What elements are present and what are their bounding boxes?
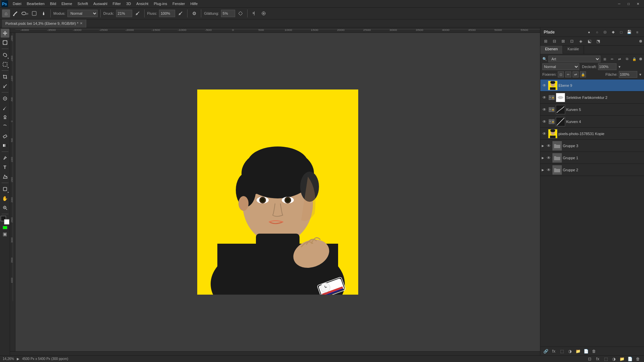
layer-item-gruppe2[interactable]: ▶ 👁 Gruppe 2: [540, 164, 644, 176]
visibility-kurven5[interactable]: 👁: [542, 107, 547, 112]
spot-heal-tool[interactable]: [1, 94, 9, 103]
gruppe1-expand[interactable]: ▶: [542, 156, 545, 160]
add-mask-btn[interactable]: ⬚: [558, 348, 565, 355]
brush-tool-button[interactable]: [11, 9, 19, 17]
artboard-tool[interactable]: [1, 38, 9, 47]
airbrush-toggle[interactable]: [40, 9, 48, 17]
panel-icon-5[interactable]: ◈: [577, 38, 584, 45]
menu-hilfe[interactable]: Hilfe: [187, 1, 200, 6]
visibility-kurven4[interactable]: 👁: [542, 119, 547, 124]
fix-all-btn[interactable]: 🔒: [580, 71, 586, 77]
history-brush-tool[interactable]: [1, 122, 9, 131]
status-icon-2[interactable]: fx: [594, 356, 601, 362]
delete-layer-btn[interactable]: 🗑: [591, 348, 597, 355]
measure-tool[interactable]: [1, 82, 9, 90]
panel-icon-3[interactable]: ⊠: [560, 38, 567, 45]
menu-auswahl[interactable]: Auswahl: [91, 1, 110, 6]
crop-tool[interactable]: [1, 72, 9, 81]
panel-save-icon[interactable]: 💾: [626, 29, 633, 36]
modus-select[interactable]: Normal: [67, 10, 98, 17]
document-tab[interactable]: Portrait.psdc bei 14,3% (Ebene 9, RGB/8#…: [2, 19, 86, 27]
layer-item-kurven5[interactable]: 👁 ⧉ 🔒 Kurven 5: [540, 104, 644, 116]
menu-bild[interactable]: Bild: [47, 1, 59, 6]
menu-ebene[interactable]: Ebene: [59, 1, 75, 6]
layer-type-select[interactable]: Art: [548, 56, 600, 62]
extra-button[interactable]: [260, 9, 268, 17]
panel-target-icon[interactable]: ◎: [602, 29, 608, 36]
glattung-input[interactable]: [221, 10, 235, 17]
minimize-button[interactable]: ─: [614, 0, 624, 7]
symmetry-button[interactable]: [250, 9, 258, 17]
layer-item-gruppe3[interactable]: ▶ 👁 Gruppe 3: [540, 140, 644, 152]
visibility-selektive[interactable]: 👁: [542, 95, 547, 100]
move-tool[interactable]: [1, 29, 9, 38]
menu-filter[interactable]: Filter: [110, 1, 123, 6]
hand-tool[interactable]: ✋: [1, 194, 9, 203]
stamp-tool[interactable]: [1, 113, 9, 122]
panel-icon-6[interactable]: ⬕: [586, 38, 593, 45]
layer-filter-btn5[interactable]: 🔒: [631, 56, 637, 62]
visibility-gruppe1[interactable]: 👁: [546, 155, 551, 161]
home-button[interactable]: ⌂: [2, 9, 10, 17]
screen-mode-button[interactable]: ▣: [3, 231, 7, 237]
background-color[interactable]: [4, 219, 9, 225]
menu-bearbeiten[interactable]: Bearbeiten: [24, 1, 47, 6]
status-icon-6[interactable]: 📄: [627, 356, 633, 362]
panel-icon-1[interactable]: ⊞: [542, 38, 549, 45]
panel-icon-2[interactable]: ⊟: [551, 38, 558, 45]
fix-artboard-btn[interactable]: ⇄: [573, 71, 579, 77]
fix-position-btn[interactable]: ⊡: [558, 71, 564, 77]
pen-tool[interactable]: [1, 154, 9, 162]
opacity-chevron[interactable]: ▼: [618, 65, 621, 69]
menu-schrift[interactable]: Schrift: [75, 1, 91, 6]
layer-item-kurven4[interactable]: 👁 ⧉ 🔒 Kurven 4: [540, 116, 644, 128]
pen-pressure-button[interactable]: [133, 9, 142, 17]
status-icon-5[interactable]: 📁: [619, 356, 625, 362]
opacity-input[interactable]: [598, 63, 616, 70]
canvas-area[interactable]: [15, 33, 540, 351]
menu-plugins[interactable]: Plug-ins: [151, 1, 170, 6]
status-icon-3[interactable]: ⬚: [602, 356, 609, 362]
layer-filter-btn3[interactable]: ⇄: [616, 56, 623, 62]
text-tool[interactable]: T: [1, 163, 9, 172]
gradient-tool[interactable]: [1, 141, 9, 150]
path-select-tool[interactable]: [1, 172, 9, 181]
glattung-settings[interactable]: [236, 9, 245, 17]
visibility-gruppe2[interactable]: 👁: [546, 167, 551, 173]
add-style-btn[interactable]: fx: [550, 348, 557, 355]
maximize-button[interactable]: □: [624, 0, 633, 7]
status-icon-1[interactable]: ⊡: [586, 356, 593, 362]
layer-item-selektive[interactable]: 👁 ⧉ 🔒 Selektive Farbkorrektur 2: [540, 92, 644, 104]
link-layers-btn[interactable]: 🔗: [542, 348, 549, 355]
add-adjustment-btn[interactable]: ◑: [567, 348, 573, 355]
panel-square-icon[interactable]: □: [618, 29, 625, 36]
fluss-input[interactable]: [159, 10, 175, 17]
eraser-tool[interactable]: [1, 132, 9, 140]
panel-circle-icon[interactable]: ●: [586, 29, 592, 36]
panel-diamond-icon[interactable]: ◆: [610, 29, 616, 36]
layer-filter-btn1[interactable]: ⊞: [602, 56, 608, 62]
visibility-pixels[interactable]: 👁: [542, 131, 547, 136]
new-layer-btn[interactable]: 📄: [583, 348, 589, 355]
tab-kanale[interactable]: Kanäle: [563, 46, 584, 54]
gruppe2-expand[interactable]: ▶: [542, 168, 545, 172]
status-icon-7[interactable]: 🗑: [635, 356, 641, 362]
layer-mode-select[interactable]: Normal: [542, 63, 579, 70]
panel-menu-icon[interactable]: ≡: [634, 29, 641, 36]
panel-icon-4[interactable]: ⊡: [569, 38, 575, 45]
status-icon-4[interactable]: ◑: [610, 356, 617, 362]
visibility-ebene9[interactable]: 👁: [542, 83, 547, 88]
menu-3d[interactable]: 3D: [123, 1, 133, 6]
select-tool[interactable]: ▶: [1, 60, 9, 69]
flache-chevron[interactable]: ▼: [639, 73, 642, 76]
brush-tool-left[interactable]: [1, 104, 9, 112]
gruppe3-expand[interactable]: ▶: [542, 144, 545, 147]
layer-filter-btn2[interactable]: ✏: [609, 56, 615, 62]
fix-move-btn[interactable]: ✏: [565, 71, 571, 77]
layer-item-ebene9[interactable]: 👁 Ebene 9: [540, 79, 644, 92]
brush-size-button[interactable]: 295: [21, 9, 29, 17]
tab-ebenen[interactable]: Ebenen: [540, 46, 563, 54]
zoom-tool[interactable]: [1, 203, 9, 212]
fluss-pressure-button[interactable]: [176, 9, 184, 17]
horizontal-scrollbar[interactable]: [10, 351, 540, 355]
